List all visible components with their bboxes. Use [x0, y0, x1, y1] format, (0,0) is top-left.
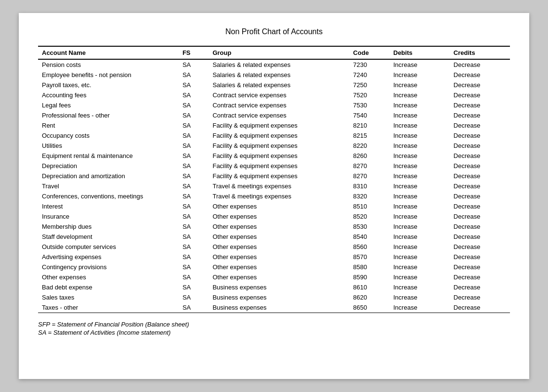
table-row: Bad debt expenseSABusiness expenses8610I…: [38, 282, 510, 292]
cell-account-name: Outside computer services: [38, 242, 179, 252]
cell-account-name: Interest: [38, 201, 179, 211]
cell-debits: Increase: [390, 80, 450, 90]
cell-credits: Decrease: [450, 201, 510, 211]
cell-group: Other expenses: [209, 211, 349, 222]
cell-account-name: Conferences, conventions, meetings: [38, 191, 179, 201]
accounts-table: Account Name FS Group Code Debits Credit…: [38, 46, 510, 313]
table-header-row: Account Name FS Group Code Debits Credit…: [38, 46, 510, 59]
cell-group: Facility & equipment expenses: [209, 171, 349, 181]
cell-account-name: Depreciation: [38, 161, 179, 171]
cell-fs: SA: [179, 120, 209, 131]
cell-group: Facility & equipment expenses: [209, 161, 349, 171]
cell-group: Contract service expenses: [209, 90, 349, 100]
cell-account-name: Employee benefits - not pension: [38, 70, 179, 80]
table-row: Membership duesSAOther expenses8530Incre…: [38, 222, 510, 232]
footer-notes: SFP = Statement of Financial Position (B…: [38, 321, 510, 336]
cell-credits: Decrease: [450, 141, 510, 151]
cell-credits: Decrease: [450, 100, 510, 110]
cell-debits: Increase: [390, 282, 450, 292]
cell-group: Travel & meetings expenses: [209, 191, 349, 201]
cell-code: 8215: [349, 131, 389, 141]
cell-debits: Increase: [390, 100, 450, 110]
cell-fs: SA: [179, 201, 209, 211]
table-row: Accounting feesSAContract service expens…: [38, 90, 510, 100]
cell-fs: SA: [179, 90, 209, 100]
cell-debits: Increase: [390, 90, 450, 100]
cell-fs: SA: [179, 110, 209, 120]
cell-code: 8270: [349, 171, 389, 181]
table-row: Staff developmentSAOther expenses8540Inc…: [38, 232, 510, 242]
cell-account-name: Travel: [38, 181, 179, 191]
cell-credits: Decrease: [450, 282, 510, 292]
cell-account-name: Accounting fees: [38, 90, 179, 100]
cell-credits: Decrease: [450, 181, 510, 191]
cell-group: Salaries & related expenses: [209, 59, 349, 70]
cell-code: 8580: [349, 262, 389, 272]
cell-account-name: Staff development: [38, 232, 179, 242]
table-body: Pension costsSASalaries & related expens…: [38, 59, 510, 313]
cell-fs: SA: [179, 272, 209, 282]
cell-group: Other expenses: [209, 201, 349, 211]
page-container: Non Profit Chart of Accounts Account Nam…: [19, 13, 529, 379]
cell-code: 8520: [349, 211, 389, 222]
cell-code: 8220: [349, 141, 389, 151]
cell-debits: Increase: [390, 59, 450, 70]
cell-code: 8540: [349, 232, 389, 242]
cell-debits: Increase: [390, 211, 450, 222]
cell-debits: Increase: [390, 201, 450, 211]
table-row: InterestSAOther expenses8510IncreaseDecr…: [38, 201, 510, 211]
cell-fs: SA: [179, 59, 209, 70]
cell-group: Other expenses: [209, 262, 349, 272]
cell-code: 8590: [349, 272, 389, 282]
cell-fs: SA: [179, 262, 209, 272]
header-account-name: Account Name: [38, 46, 179, 59]
cell-fs: SA: [179, 100, 209, 110]
header-fs: FS: [179, 46, 209, 59]
cell-code: 8610: [349, 282, 389, 292]
cell-debits: Increase: [390, 222, 450, 232]
cell-account-name: Utilities: [38, 141, 179, 151]
cell-fs: SA: [179, 252, 209, 262]
cell-fs: SA: [179, 151, 209, 161]
cell-account-name: Advertising expenses: [38, 252, 179, 262]
cell-debits: Increase: [390, 272, 450, 282]
cell-group: Other expenses: [209, 272, 349, 282]
cell-code: 7250: [349, 80, 389, 90]
cell-code: 7240: [349, 70, 389, 80]
header-credits: Credits: [450, 46, 510, 59]
cell-code: 7530: [349, 100, 389, 110]
cell-fs: SA: [179, 232, 209, 242]
cell-credits: Decrease: [450, 120, 510, 131]
header-code: Code: [349, 46, 389, 59]
cell-debits: Increase: [390, 242, 450, 252]
cell-group: Other expenses: [209, 222, 349, 232]
cell-account-name: Other expenses: [38, 272, 179, 282]
cell-account-name: Equipment rental & maintenance: [38, 151, 179, 161]
cell-fs: SA: [179, 181, 209, 191]
cell-debits: Increase: [390, 292, 450, 302]
cell-code: 8560: [349, 242, 389, 252]
cell-fs: SA: [179, 141, 209, 151]
cell-fs: SA: [179, 161, 209, 171]
cell-credits: Decrease: [450, 90, 510, 100]
header-group: Group: [209, 46, 349, 59]
table-row: Sales taxesSABusiness expenses8620Increa…: [38, 292, 510, 302]
cell-group: Contract service expenses: [209, 110, 349, 120]
table-row: Pension costsSASalaries & related expens…: [38, 59, 510, 70]
cell-account-name: Bad debt expense: [38, 282, 179, 292]
cell-code: 8620: [349, 292, 389, 302]
table-row: Other expensesSAOther expenses8590Increa…: [38, 272, 510, 282]
cell-group: Business expenses: [209, 302, 349, 313]
cell-group: Travel & meetings expenses: [209, 181, 349, 191]
cell-debits: Increase: [390, 110, 450, 120]
cell-credits: Decrease: [450, 211, 510, 222]
cell-debits: Increase: [390, 302, 450, 313]
table-row: Taxes - otherSABusiness expenses8650Incr…: [38, 302, 510, 313]
cell-credits: Decrease: [450, 272, 510, 282]
cell-code: 8320: [349, 191, 389, 201]
cell-debits: Increase: [390, 181, 450, 191]
cell-code: 7520: [349, 90, 389, 100]
table-row: UtilitiesSAFacility & equipment expenses…: [38, 141, 510, 151]
cell-group: Other expenses: [209, 252, 349, 262]
cell-fs: SA: [179, 292, 209, 302]
